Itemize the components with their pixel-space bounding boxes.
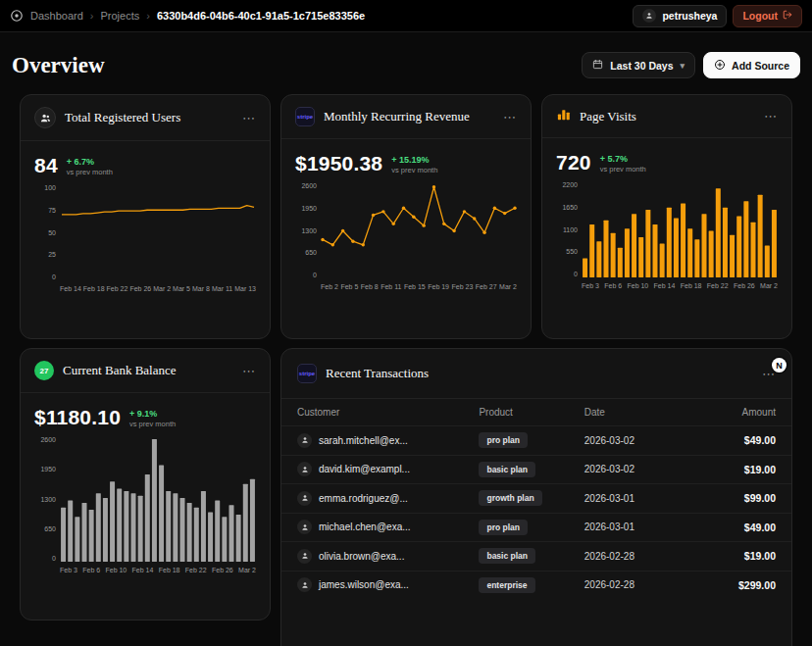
y-tick-label: 100 xyxy=(44,184,56,191)
table-row[interactable]: olivia.brown@exa... basic plan 2026-02-2… xyxy=(281,541,791,571)
bank-icon: 27 xyxy=(34,361,54,380)
x-tick-label: Feb 18 xyxy=(83,285,105,292)
card-title: Total Registered Users xyxy=(65,110,180,125)
card-menu-button[interactable]: ⋯ xyxy=(242,111,256,125)
y-tick-label: 2600 xyxy=(40,436,56,443)
x-tick-label: Feb 3 xyxy=(582,282,599,289)
x-axis: Feb 3Feb 6Feb 10Feb 14Feb 18Feb 22Feb 26… xyxy=(556,282,778,289)
x-tick-label: Mar 11 xyxy=(212,285,232,292)
customer-email: michael.chen@exa... xyxy=(319,522,411,532)
x-tick-label: Feb 26 xyxy=(129,285,151,292)
card-body: $1950.38 + 15.19% vs prev month 26001950… xyxy=(281,139,531,300)
x-tick-label: Mar 8 xyxy=(192,285,210,292)
card-menu-button[interactable]: ⋯ xyxy=(242,364,256,378)
x-tick-label: Feb 19 xyxy=(428,283,449,290)
x-tick-label: Feb 3 xyxy=(60,567,77,573)
x-tick-label: Feb 26 xyxy=(212,567,233,573)
date-range-button[interactable]: Last 30 Days ▾ xyxy=(582,52,695,78)
column-header-product: Product xyxy=(479,407,584,418)
card-menu-button[interactable]: ⋯ xyxy=(503,110,517,124)
table-row[interactable]: emma.rodriguez@... growth plan 2026-03-0… xyxy=(281,483,791,513)
mrr-chart: 2600195013006500 xyxy=(295,182,517,278)
table-row[interactable]: sarah.mitchell@ex... pro plan 2026-03-02… xyxy=(281,425,791,455)
users-icon xyxy=(34,107,56,128)
customer-cell: emma.rodriguez@... xyxy=(297,491,479,506)
card-recent-transactions: N stripe Recent Transactions ⋯ Customer … xyxy=(280,348,792,646)
chevron-down-icon: ▾ xyxy=(681,61,685,71)
x-tick-label: Mar 2 xyxy=(499,283,517,290)
metric-value: $1180.10 xyxy=(34,406,121,429)
customer-avatar-icon xyxy=(297,462,312,476)
card-body: 84 + 6.7% vs prev month 1007550250 Feb 1… xyxy=(21,141,270,302)
y-tick-label: 50 xyxy=(48,229,56,236)
bar-chart-icon xyxy=(556,107,571,125)
x-tick-label: Feb 22 xyxy=(707,282,729,289)
collaborator-cursor-badge: N xyxy=(772,358,787,373)
y-tick-label: 25 xyxy=(48,251,56,258)
customer-email: emma.rodriguez@... xyxy=(319,493,408,504)
y-tick-label: 2600 xyxy=(301,182,317,189)
table-row[interactable]: james.wilson@exa... enterprise 2026-02-2… xyxy=(281,571,791,600)
breadcrumb-projects[interactable]: Projects xyxy=(101,10,140,22)
card-title: Page Visits xyxy=(580,109,636,124)
card-header: Page Visits ⋯ xyxy=(542,95,791,138)
amount-cell: $19.00 xyxy=(689,550,776,562)
card-title: Recent Transactions xyxy=(326,366,429,381)
table-row[interactable]: david.kim@exampl... basic plan 2026-03-0… xyxy=(281,455,791,484)
card-monthly-recurring-revenue: stripe Monthly Recurring Revenue ⋯ $1950… xyxy=(280,94,532,339)
x-axis: Feb 2Feb 5Feb 8Feb 11Feb 15Feb 19Feb 23F… xyxy=(295,283,517,290)
y-tick-label: 550 xyxy=(566,248,578,255)
x-tick-label: Feb 22 xyxy=(107,285,128,292)
product-badge: basic plan xyxy=(479,548,535,564)
stripe-icon: stripe xyxy=(295,107,315,126)
dashboard-grid: Total Registered Users ⋯ 84 + 6.7% vs pr… xyxy=(0,94,812,646)
x-tick-label: Feb 14 xyxy=(132,567,154,573)
breadcrumb-separator: › xyxy=(146,10,150,22)
product-badge: growth plan xyxy=(479,490,541,506)
card-header: Total Registered Users ⋯ xyxy=(21,95,270,141)
logout-button[interactable]: Logout xyxy=(733,5,802,27)
user-menu-button[interactable]: petrusheya xyxy=(633,5,727,27)
y-tick-label: 1300 xyxy=(40,496,56,503)
add-source-button[interactable]: Add Source xyxy=(703,52,800,78)
metric-delta: + 6.7% xyxy=(67,157,113,168)
customer-email: olivia.brown@exa... xyxy=(319,551,404,562)
x-tick-label: Feb 27 xyxy=(476,283,497,290)
customer-email: sarah.mitchell@ex... xyxy=(319,435,408,446)
user-name: petrusheya xyxy=(662,10,717,22)
card-body: 720 + 5.7% vs prev month 220016501100550… xyxy=(542,138,791,299)
card-page-visits: Page Visits ⋯ 720 + 5.7% vs prev month 2… xyxy=(541,94,792,339)
customer-cell: sarah.mitchell@ex... xyxy=(297,433,479,448)
x-tick-label: Feb 11 xyxy=(381,283,401,290)
y-tick-label: 1950 xyxy=(301,205,317,212)
x-tick-label: Feb 18 xyxy=(159,567,180,573)
card-menu-button[interactable]: ⋯ xyxy=(764,109,778,124)
y-tick-label: 0 xyxy=(574,271,578,277)
date-range-label: Last 30 Days xyxy=(610,60,673,72)
card-current-bank-balance: 27 Current Bank Balance ⋯ $1180.10 + 9.1… xyxy=(20,348,271,621)
metric-delta: + 5.7% xyxy=(600,154,646,165)
card-header: stripe Monthly Recurring Revenue ⋯ xyxy=(281,95,531,139)
x-tick-label: Feb 8 xyxy=(361,283,379,290)
metric-value: $1950.38 xyxy=(295,152,382,175)
y-tick-label: 0 xyxy=(52,555,56,562)
date-cell: 2026-03-01 xyxy=(584,522,689,532)
transactions-table-body: sarah.mitchell@ex... pro plan 2026-03-02… xyxy=(281,425,791,599)
metric-delta-note: vs prev month xyxy=(600,165,646,174)
app-logo-icon[interactable] xyxy=(10,9,24,23)
card-body: $1180.10 + 9.1% vs prev month 2600195013… xyxy=(21,393,270,583)
x-tick-label: Feb 2 xyxy=(321,283,338,290)
table-row[interactable]: michael.chen@exa... pro plan 2026-03-01 … xyxy=(281,513,791,542)
metric-value: 720 xyxy=(556,151,591,174)
metric-delta-note: vs prev month xyxy=(67,168,113,176)
y-tick-label: 1300 xyxy=(301,227,317,234)
product-cell: basic plan xyxy=(479,548,584,564)
balance-bar-chart xyxy=(60,436,256,562)
card-title: Current Bank Balance xyxy=(63,363,177,378)
breadcrumb-dashboard[interactable]: Dashboard xyxy=(30,10,83,22)
y-axis: 2200165011005500 xyxy=(556,181,578,277)
x-tick-label: Feb 23 xyxy=(452,283,474,290)
customer-email: david.kim@exampl... xyxy=(319,464,410,474)
product-cell: growth plan xyxy=(479,490,584,506)
card-total-registered-users: Total Registered Users ⋯ 84 + 6.7% vs pr… xyxy=(20,94,271,339)
